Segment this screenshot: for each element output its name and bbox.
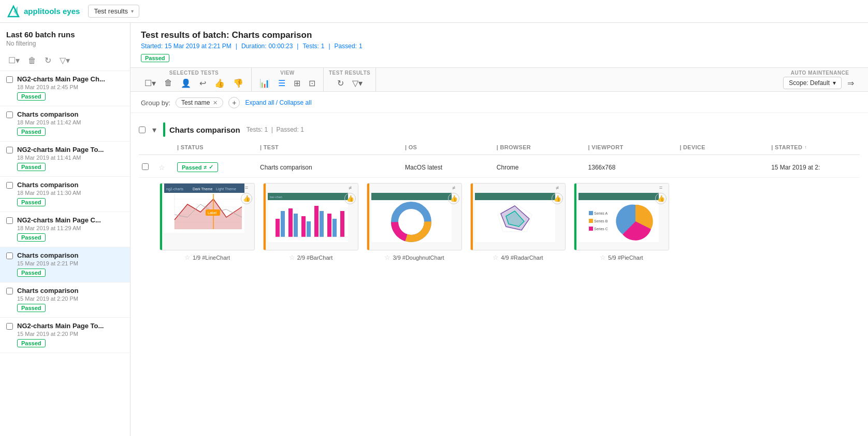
tb-thumbup-btn[interactable]: 👍: [212, 77, 227, 90]
view-chart-btn[interactable]: 📊: [257, 77, 272, 90]
thumb-image-2[interactable]: ≠ 👍 bar-chart: [263, 183, 358, 250]
expand-all-link[interactable]: Expand all: [245, 99, 274, 106]
view-label: VIEW: [280, 70, 295, 76]
thumbnails-row: = 👍 ng2-charts Dark Theme Light Theme: [139, 178, 860, 270]
table-row: ☆ Passed ≠ ✓ Charts comparison MacOS lat…: [139, 157, 860, 178]
thumb-thumbup-btn-2[interactable]: 👍: [344, 193, 356, 204]
sidebar-item-checkbox[interactable]: [6, 147, 13, 153]
thumb-eq-icon-2: ≠: [349, 185, 352, 191]
tb-thumbdown-btn[interactable]: 👎: [230, 77, 246, 90]
sidebar-item-checkbox[interactable]: [6, 217, 13, 224]
sidebar-item-8[interactable]: NG2-charts Main Page To... 15 Mar 2019 a…: [0, 318, 130, 353]
auto-maintenance-section: AUTO MAINTENANCE Scope: Default ▾ ⇒: [778, 68, 862, 92]
thumb-star-1[interactable]: ☆: [184, 254, 191, 261]
sidebar-item-4[interactable]: Charts comparison 18 Mar 2019 at 11:30 A…: [0, 177, 130, 212]
th-star: [155, 142, 174, 152]
collapse-all-link[interactable]: Collapse all: [280, 99, 312, 106]
sidebar-item-checkbox[interactable]: [6, 111, 13, 118]
sidebar-item-5[interactable]: NG2-charts Main Page C... 18 Mar 2019 at…: [0, 212, 130, 247]
sidebar-refresh-btn[interactable]: ↻: [42, 54, 53, 66]
sidebar-item-6[interactable]: Charts comparison 15 Mar 2019 at 2:21 PM…: [0, 247, 130, 283]
main-title: Test results of batch: Charts comparison: [141, 30, 858, 40]
group-tag-text: Test name: [181, 99, 210, 106]
tb-checkbox-btn[interactable]: ☐▾: [142, 77, 158, 90]
thumb-status-bar-3: [367, 184, 369, 250]
thumb-image-5[interactable]: = 👍 Series A Series B Series C: [574, 183, 669, 250]
view-diff-btn[interactable]: ⊡: [306, 77, 318, 90]
sidebar-item-2[interactable]: Charts comparison 18 Mar 2019 at 11:42 A…: [0, 106, 130, 142]
sidebar-item-date: 15 Mar 2019 at 2:21 PM: [17, 260, 78, 266]
sidebar-item-7[interactable]: Charts comparison 15 Mar 2019 at 2:20 PM…: [0, 283, 130, 318]
sidebar-item-1[interactable]: NG2-charts Main Page Ch... 18 Mar 2019 a…: [0, 71, 130, 106]
row-os-cell: MacOS latest: [402, 163, 494, 172]
row-device-cell: [676, 166, 768, 168]
sidebar-item-status: Passed: [17, 128, 46, 136]
thumb-eq-icon-3: ≠: [452, 185, 455, 191]
group-controls: Group by: Test name ✕ + Expand all / Col…: [131, 92, 868, 113]
test-results-section: TEST RESULTS ↻ ▽▾: [324, 68, 376, 92]
sidebar-item-date: 15 Mar 2019 at 2:20 PM: [17, 331, 104, 337]
view-section: VIEW 📊 ☰ ⊞ ⊡: [252, 68, 324, 92]
add-group-btn[interactable]: +: [228, 97, 240, 108]
thumb-thumbup-btn-4[interactable]: 👍: [552, 193, 563, 204]
group-checkbox[interactable]: [139, 126, 146, 133]
thumb-thumbup-btn-3[interactable]: 👍: [448, 193, 459, 204]
sidebar-item-checkbox[interactable]: [6, 252, 13, 259]
thumb-image-3[interactable]: ≠ 👍: [367, 183, 462, 250]
sidebar-toolbar: ☐▾ 🗑 ↻ ▽▾: [0, 50, 130, 71]
svg-rect-39: [475, 193, 555, 200]
layout: Last 60 batch runs No filtering ☐▾ 🗑 ↻ ▽…: [0, 23, 868, 436]
scope-label: Scope: Default: [789, 79, 830, 87]
group-tag-close[interactable]: ✕: [213, 100, 218, 106]
thumb-star-5[interactable]: ☆: [600, 254, 606, 261]
sidebar-item-checkbox[interactable]: [6, 182, 13, 189]
row-checkbox[interactable]: [142, 163, 149, 170]
thumb-star-3[interactable]: ☆: [384, 254, 390, 261]
sidebar-item-checkbox[interactable]: [6, 288, 13, 294]
thumb-thumbup-btn-5[interactable]: 👍: [655, 193, 667, 204]
th-viewport: | Viewport: [585, 142, 677, 152]
tb-assign-btn[interactable]: 👤: [178, 77, 194, 90]
row-star-icon[interactable]: ☆: [158, 163, 165, 172]
sidebar-filter-btn[interactable]: ▽▾: [57, 54, 72, 66]
test-results-dropdown[interactable]: Test results ▾: [88, 5, 139, 18]
sidebar-item-3[interactable]: NG2-charts Main Page To... 18 Mar 2019 a…: [0, 142, 130, 177]
thumb-item-2: ≠ 👍 bar-chart ☆ 2/9 #Ba: [263, 183, 358, 261]
tb-undo-btn[interactable]: ↩: [197, 77, 209, 90]
sidebar-item-checkbox[interactable]: [6, 323, 13, 330]
sidebar-item-title: Charts comparison: [17, 181, 81, 189]
toolbar: SELECTED TESTS ☐▾ 🗑 👤 ↩ 👍 👎 VIEW 📊 ☰ ⊞ ⊡: [131, 68, 868, 92]
thumb-eq-icon-5: =: [659, 185, 662, 191]
svg-rect-23: [294, 214, 298, 237]
svg-point-37: [402, 213, 421, 231]
thumb-thumbup-btn-1[interactable]: 👍: [241, 193, 252, 204]
view-list-btn[interactable]: ☰: [276, 77, 288, 90]
sidebar-item-date: 15 Mar 2019 at 2:20 PM: [17, 296, 78, 302]
sidebar-item-checkbox[interactable]: [6, 76, 13, 83]
thumb-image-1[interactable]: = 👍 ng2-charts Dark Theme Light Theme: [160, 183, 255, 250]
sidebar-item-title: NG2-charts Main Page To...: [17, 322, 104, 330]
thumb-item-5: = 👍 Series A Series B Series C ☆ 5/9 #P: [574, 183, 669, 261]
group-expand-btn[interactable]: ▾: [150, 123, 159, 136]
scope-caret-icon: ▾: [833, 79, 836, 87]
svg-rect-52: [589, 227, 593, 231]
thumb-image-4[interactable]: ≠ 👍: [470, 183, 566, 250]
sidebar-delete-btn[interactable]: 🗑: [26, 55, 38, 66]
forward-btn[interactable]: ⇒: [845, 77, 857, 90]
tr-filter-btn[interactable]: ▽▾: [350, 77, 365, 90]
tb-delete-btn[interactable]: 🗑: [162, 77, 175, 89]
th-test: | Test: [257, 142, 402, 152]
sidebar-item-status: Passed: [17, 339, 46, 347]
sidebar-item-title: NG2-charts Main Page To...: [17, 146, 104, 153]
scope-select[interactable]: Scope: Default ▾: [783, 77, 842, 89]
badge-text: Passed: [182, 164, 202, 171]
thumb-star-4[interactable]: ☆: [493, 254, 499, 261]
tr-refresh-btn[interactable]: ↻: [335, 77, 346, 90]
svg-text:Series A: Series A: [594, 212, 607, 215]
view-grid-btn[interactable]: ⊞: [291, 77, 303, 90]
topbar: applitools eyes Test results ▾: [0, 0, 868, 23]
tests-label: Tests:: [302, 43, 319, 50]
thumb-star-2[interactable]: ☆: [289, 254, 295, 261]
sidebar-item-title: NG2-charts Main Page C...: [17, 216, 101, 224]
sidebar-checkbox-btn[interactable]: ☐▾: [6, 54, 22, 66]
